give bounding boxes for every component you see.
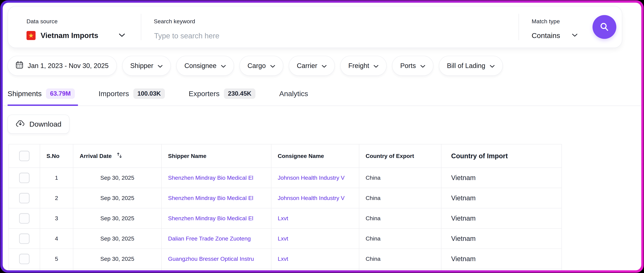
vietnam-flag-icon: ★ <box>26 31 36 40</box>
cell-country-import: Vietnam <box>441 208 562 229</box>
cell-consignee-link[interactable]: Lxvt <box>271 208 359 229</box>
chip-label: Carrier <box>297 62 317 69</box>
cell-country-export: China <box>359 208 441 229</box>
search-keyword-label: Search keyword <box>154 18 195 25</box>
table-row: 3 Sep 30, 2025 Shenzhen Mindray Bio Medi… <box>9 208 562 229</box>
tab-label: Shipments <box>8 90 42 98</box>
filter-chip-consignee[interactable]: Consignee <box>176 56 234 76</box>
row-checkbox[interactable] <box>19 254 30 264</box>
cell-country-import: Vietnam <box>441 188 562 208</box>
shipments-table: S.No Arrival Date Shipper Name Consign <box>8 144 562 270</box>
cell-shipper-link[interactable]: Shenzhen Mindray Bio Medical El <box>162 168 271 188</box>
date-range-value: Jan 1, 2023 - Nov 30, 2025 <box>28 62 109 69</box>
chevron-down-icon <box>322 62 327 69</box>
cell-country-export: China <box>359 188 441 208</box>
cell-shipper-link[interactable]: Shenzhen Mindray Bio Medical El <box>162 208 271 229</box>
cell-arrival-date: Sep 30, 2025 <box>73 168 162 188</box>
flag-star: ★ <box>28 32 34 39</box>
data-source-selector[interactable]: ★ Vietnam Imports <box>26 29 127 41</box>
chevron-down-icon <box>221 62 226 69</box>
cell-arrival-date: Sep 30, 2025 <box>73 188 162 208</box>
match-type-selector[interactable]: Contains <box>532 29 585 41</box>
date-range-filter[interactable]: Jan 1, 2023 - Nov 30, 2025 <box>8 56 117 76</box>
table-header-row: S.No Arrival Date Shipper Name Consign <box>9 144 562 168</box>
cell-sno: 1 <box>40 168 73 188</box>
table-row-clipped <box>9 269 562 270</box>
tabs-divider <box>3 105 641 106</box>
filter-chip-carrier[interactable]: Carrier <box>289 56 335 76</box>
table-row: 4 Sep 30, 2025 Dalian Free Trade Zone Zu… <box>9 229 562 249</box>
column-header-country-export: Country of Export <box>359 144 441 168</box>
cell-shipper-link[interactable]: Dalian Free Trade Zone Zuoteng <box>162 229 271 249</box>
tab-label: Exporters <box>189 90 220 98</box>
column-header-country-import: Country of Import <box>441 144 562 168</box>
chevron-down-icon <box>270 62 275 69</box>
cell-shipper-link[interactable]: Shenzhen Mindray Bio Medical El <box>162 188 271 208</box>
cell-consignee-link[interactable]: Lxvt <box>271 249 359 269</box>
column-header-shipper: Shipper Name <box>162 144 271 168</box>
divider <box>141 14 141 40</box>
column-header-consignee: Consignee Name <box>271 144 359 168</box>
search-button[interactable] <box>592 15 616 39</box>
column-header-arrival-date: Arrival Date <box>73 144 162 168</box>
cell-sno: 3 <box>40 208 73 229</box>
tab-shipments[interactable]: Shipments 63.79M <box>8 88 75 99</box>
cell-consignee-link[interactable]: Johnson Health Industry V <box>271 168 359 188</box>
select-all-checkbox[interactable] <box>19 151 30 161</box>
data-source-label: Data source <box>26 18 58 25</box>
cell-arrival-date: Sep 30, 2025 <box>73 208 162 229</box>
row-checkbox[interactable] <box>19 193 30 203</box>
cloud-download-icon <box>16 119 25 129</box>
cell-shipper-link[interactable]: Guangzhou Bresser Optical Instru <box>162 249 271 269</box>
table-row: 2 Sep 30, 2025 Shenzhen Mindray Bio Medi… <box>9 188 562 208</box>
sort-icon[interactable] <box>116 151 123 160</box>
app-page: Data source ★ Vietnam Imports Search key… <box>3 3 641 270</box>
cell-sno: 4 <box>40 229 73 249</box>
row-checkbox[interactable] <box>19 213 30 224</box>
table-row: 5 Sep 30, 2025 Guangzhou Bresser Optical… <box>9 249 562 269</box>
gradient-frame: Data source ★ Vietnam Imports Search key… <box>0 0 644 273</box>
filter-bar: Jan 1, 2023 - Nov 30, 2025 Shipper Consi… <box>8 56 503 76</box>
tab-count-badge: 230.45K <box>224 88 256 99</box>
search-input[interactable] <box>154 31 456 40</box>
chevron-down-icon <box>119 33 125 38</box>
tab-exporters[interactable]: Exporters 230.45K <box>189 88 256 99</box>
cell-country-import: Vietnam <box>441 229 562 249</box>
cell-country-import: Vietnam <box>441 249 562 269</box>
tab-analytics[interactable]: Analytics <box>279 90 308 98</box>
cell-sno: 5 <box>40 249 73 269</box>
download-button[interactable]: Download <box>8 115 70 134</box>
table-row: 1 Sep 30, 2025 Shenzhen Mindray Bio Medi… <box>9 168 562 188</box>
tab-bar: Shipments 63.79M Importers 100.03K Expor… <box>8 88 308 99</box>
filter-chip-freight[interactable]: Freight <box>340 56 387 76</box>
cell-arrival-date: Sep 30, 2025 <box>73 249 162 269</box>
row-checkbox[interactable] <box>19 173 30 183</box>
calendar-icon <box>16 61 23 70</box>
cell-arrival-date: Sep 30, 2025 <box>73 229 162 249</box>
match-type-label: Match type <box>532 18 560 25</box>
cell-consignee-link[interactable]: Johnson Health Industry V <box>271 188 359 208</box>
filter-chip-bill-of-lading[interactable]: Bill of Lading <box>439 56 503 76</box>
chip-label: Ports <box>400 62 416 69</box>
chip-label: Consignee <box>184 62 216 69</box>
chip-label: Cargo <box>248 62 266 69</box>
cell-country-import: Vietnam <box>441 168 562 188</box>
chevron-down-icon <box>572 33 578 38</box>
row-checkbox[interactable] <box>19 234 30 244</box>
divider <box>518 14 519 40</box>
cell-sno: 2 <box>40 188 73 208</box>
chip-label: Freight <box>348 62 369 69</box>
chevron-down-icon <box>490 62 495 69</box>
chevron-down-icon <box>158 62 163 69</box>
column-header-label: Arrival Date <box>80 153 112 159</box>
cell-consignee-link[interactable]: Lxvt <box>271 229 359 249</box>
column-header-sno: S.No <box>40 144 73 168</box>
filter-chip-cargo[interactable]: Cargo <box>240 56 283 76</box>
tab-importers[interactable]: Importers 100.03K <box>98 88 165 99</box>
tab-label: Importers <box>98 90 129 98</box>
chip-label: Bill of Lading <box>447 62 485 69</box>
filter-chip-ports[interactable]: Ports <box>392 56 433 76</box>
active-tab-underline <box>8 104 78 106</box>
filter-chip-shipper[interactable]: Shipper <box>122 56 171 76</box>
match-type-value: Contains <box>532 31 560 40</box>
